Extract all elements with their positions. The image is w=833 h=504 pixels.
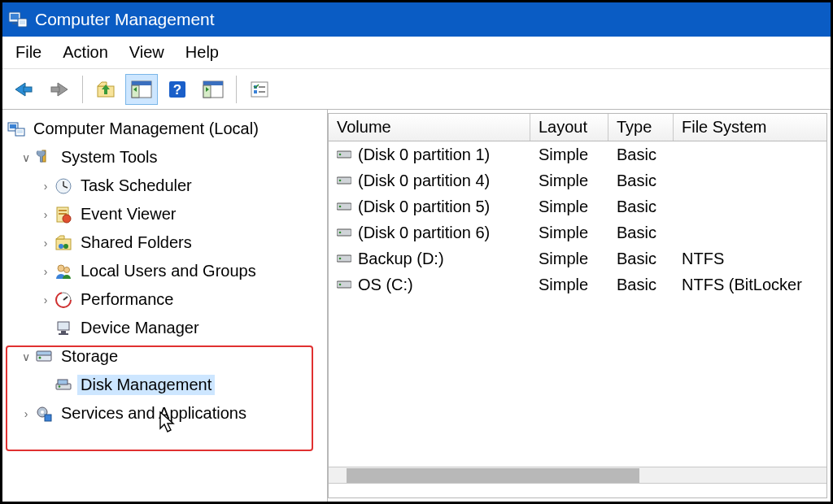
performance-icon [53, 289, 74, 311]
expand-icon[interactable]: › [38, 265, 53, 278]
svg-rect-1 [11, 14, 19, 20]
title-bar: Computer Management [2, 2, 831, 37]
tree-performance[interactable]: › Performance [6, 285, 324, 314]
volume-layout: Simple [530, 250, 608, 268]
tree-event-viewer[interactable]: › Event Viewer [6, 200, 324, 228]
volume-list-body[interactable]: (Disk 0 partition 1)SimpleBasic(Disk 0 p… [329, 141, 826, 467]
show-hide-action-button[interactable] [197, 74, 229, 105]
scrollbar-thumb[interactable] [347, 468, 639, 483]
svg-rect-18 [259, 86, 265, 88]
properties-button[interactable] [243, 74, 276, 105]
tree-task-scheduler[interactable]: › Task Scheduler [6, 172, 324, 200]
svg-text:?: ? [173, 82, 181, 98]
tree-device-manager[interactable]: › Device Manager [6, 314, 324, 342]
volume-type: Basic [608, 146, 674, 164]
toolbar-separator-2 [236, 76, 237, 103]
collapse-icon[interactable]: ∨ [19, 151, 33, 164]
disk-icon [337, 149, 351, 160]
tree-shared-folders[interactable]: › Shared Folders [6, 228, 324, 257]
disk-icon [337, 227, 351, 238]
column-volume[interactable]: Volume [329, 114, 530, 141]
shared-folders-icon [53, 232, 74, 254]
svg-rect-5 [24, 87, 32, 92]
svg-point-37 [64, 267, 70, 272]
volume-row[interactable]: (Disk 0 partition 6)SimpleBasic [329, 219, 826, 245]
tree-root-label: Computer Management (Local) [30, 119, 262, 139]
forward-button[interactable] [43, 74, 76, 105]
expand-icon[interactable]: › [38, 208, 53, 221]
svg-point-36 [58, 265, 64, 272]
disk-management-icon [53, 375, 74, 396]
tree-event-viewer-label: Event Viewer [77, 204, 179, 224]
volume-row[interactable]: Backup (D:)SimpleBasicNTFS [329, 245, 826, 272]
menu-view[interactable]: View [129, 43, 164, 62]
show-hide-tree-button[interactable] [125, 74, 158, 105]
volume-layout: Simple [530, 276, 608, 294]
computer-management-window: Computer Management File Action View Hel… [0, 0, 833, 504]
back-button[interactable] [7, 74, 40, 105]
event-viewer-icon [53, 204, 74, 225]
menu-help[interactable]: Help [185, 43, 219, 62]
tree-task-scheduler-label: Task Scheduler [77, 176, 195, 196]
svg-point-45 [39, 356, 41, 358]
tree-storage[interactable]: ∨ Storage [6, 342, 324, 371]
svg-point-54 [339, 154, 342, 156]
svg-point-51 [41, 411, 44, 414]
volume-name: (Disk 0 partition 6) [358, 224, 490, 242]
tree-device-manager-label: Device Manager [77, 318, 203, 338]
content-area: Computer Management (Local) ∨ System Too… [2, 110, 831, 502]
svg-rect-33 [56, 239, 71, 250]
tree-storage-label: Storage [58, 346, 121, 367]
collapse-icon[interactable]: ∨ [19, 350, 33, 363]
svg-point-48 [59, 385, 61, 388]
panel-divider[interactable] [329, 483, 826, 497]
up-button[interactable] [89, 74, 122, 105]
tree-shared-folders-label: Shared Folders [77, 232, 195, 253]
help-button[interactable]: ? [161, 74, 194, 105]
expand-icon[interactable]: › [38, 180, 53, 193]
disk-icon [337, 175, 351, 186]
svg-point-32 [63, 215, 71, 223]
console-tree[interactable]: Computer Management (Local) ∨ System Too… [2, 110, 328, 502]
volume-row[interactable]: (Disk 0 partition 4)SimpleBasic [329, 167, 826, 193]
tree-services-apps-label: Services and Applications [58, 403, 250, 424]
tree-system-tools[interactable]: ∨ System Tools [6, 143, 324, 172]
svg-point-56 [339, 180, 342, 182]
column-layout[interactable]: Layout [530, 114, 608, 141]
tree-disk-management[interactable]: › Disk Management [6, 371, 324, 399]
column-file-system[interactable]: File System [674, 114, 826, 141]
svg-point-58 [339, 206, 342, 208]
svg-rect-20 [259, 91, 265, 93]
toolbar-separator [82, 76, 83, 103]
tree-local-users[interactable]: › Local Users and Groups [6, 257, 324, 285]
horizontal-scrollbar[interactable] [329, 467, 826, 483]
clock-icon [53, 176, 74, 197]
svg-point-64 [339, 284, 342, 286]
computer-mgmt-icon [6, 119, 27, 140]
svg-rect-15 [203, 85, 211, 98]
volume-type: Basic [608, 198, 674, 216]
svg-point-60 [339, 232, 342, 234]
menu-file[interactable]: File [15, 43, 41, 62]
volume-layout: Simple [530, 146, 608, 164]
volume-name: Backup (D:) [358, 250, 444, 268]
disk-icon [337, 253, 351, 264]
expand-icon[interactable]: › [38, 293, 53, 306]
svg-rect-6 [51, 87, 59, 92]
column-type[interactable]: Type [608, 114, 674, 141]
tree-disk-management-label: Disk Management [77, 375, 215, 395]
users-icon [53, 261, 74, 282]
volume-list-header: Volume Layout Type File System [329, 114, 826, 141]
svg-rect-46 [37, 351, 51, 355]
tree-root[interactable]: Computer Management (Local) [6, 115, 324, 143]
volume-row[interactable]: (Disk 0 partition 1)SimpleBasic [329, 141, 826, 167]
tree-services-apps[interactable]: › Services and Applications [6, 399, 324, 428]
svg-rect-41 [58, 322, 69, 330]
device-manager-icon [53, 318, 74, 339]
volume-row[interactable]: (Disk 0 partition 5)SimpleBasic [329, 193, 826, 219]
expand-icon[interactable]: › [38, 237, 53, 250]
disk-icon [337, 201, 351, 212]
menu-action[interactable]: Action [63, 43, 108, 62]
expand-icon[interactable]: › [19, 407, 33, 420]
volume-row[interactable]: OS (C:)SimpleBasicNTFS (BitLocker [329, 272, 826, 298]
